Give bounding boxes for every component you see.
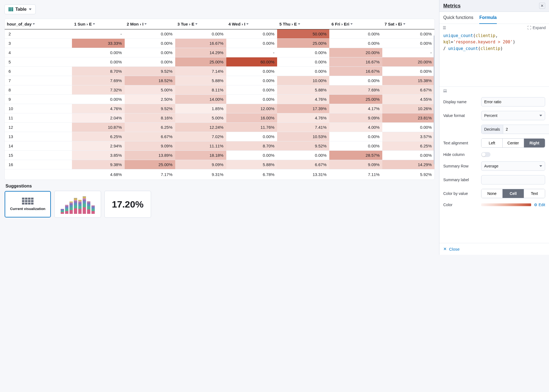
table-cell[interactable]: 9.52% [125,104,175,113]
column-header[interactable]: hour_of_day [5,19,72,29]
table-cell[interactable]: 4.00% [329,123,382,132]
scrollbar[interactable] [434,35,434,164]
table-cell[interactable]: 9.09% [125,141,175,151]
table-cell[interactable]: 8.70% [226,141,277,151]
table-cell[interactable]: 3.57% [382,132,434,141]
table-cell[interactable]: 0.00% [175,29,226,39]
table-cell[interactable]: 14.29% [175,48,226,57]
table-cell[interactable]: 9 [5,95,72,104]
table-cell[interactable]: 5.88% [277,85,329,95]
table-cell[interactable]: 11.11% [175,141,226,151]
table-cell[interactable]: 0.00% [125,48,175,57]
table-cell[interactable]: 6.25% [72,132,124,141]
column-header[interactable]: 1 Sun › E [72,19,124,29]
table-cell[interactable]: 7.32% [72,85,124,95]
table-cell[interactable]: 0.00% [226,85,277,95]
table-cell[interactable]: 15 [5,151,72,160]
table-cell[interactable]: 20.00% [329,48,382,57]
table-cell[interactable]: 0.00% [226,76,277,85]
table-cell[interactable]: 8.70% [72,67,124,76]
table-cell[interactable]: 6.67% [125,132,175,141]
table-cell[interactable]: 0.00% [382,39,434,48]
expand-button[interactable]: ⛶ Expand [527,26,546,30]
table-cell[interactable]: 18.52% [125,76,175,85]
table-cell[interactable]: 14 [5,141,72,151]
color-cell-button[interactable]: Cell [503,189,524,198]
table-cell[interactable]: 10.26% [382,104,434,113]
align-center-button[interactable]: Center [503,139,524,147]
table-cell[interactable]: 6.67% [382,85,434,95]
table-cell[interactable]: 0.00% [125,39,175,48]
table-cell[interactable]: 10.00% [277,76,329,85]
table-cell[interactable]: 0.00% [382,123,434,132]
table-cell[interactable]: 7.14% [175,67,226,76]
table-cell[interactable]: 12.24% [175,123,226,132]
column-header[interactable]: 3 Tue › E [175,19,226,29]
table-cell[interactable]: 7.41% [277,123,329,132]
table-cell[interactable]: 7 [5,76,72,85]
table-cell[interactable]: 0.00% [226,95,277,104]
table-cell[interactable]: 16.67% [329,57,382,67]
table-cell[interactable]: 4.55% [382,95,434,104]
table-cell[interactable]: 0.00% [329,132,382,141]
table-cell[interactable]: 12.00% [226,104,277,113]
tab-formula[interactable]: Formula [479,12,497,24]
suggestion-stacked-bar[interactable] [54,191,101,218]
formula-editor[interactable]: unique_count(clientip, kql='response.key… [439,32,549,86]
table-cell[interactable]: 0.00% [72,48,124,57]
table-cell[interactable]: 0.00% [277,57,329,67]
align-left-button[interactable]: Left [481,139,503,147]
table-cell[interactable]: 23.81% [382,113,434,123]
table-cell[interactable]: 3 [5,39,72,48]
table-cell[interactable]: 4 [5,48,72,57]
column-header[interactable]: 2 Mon › I [125,19,175,29]
table-cell[interactable]: 14.29% [382,160,434,169]
table-cell[interactable]: 0.00% [125,57,175,67]
table-cell[interactable]: 12 [5,123,72,132]
table-cell[interactable]: 16.00% [226,113,277,123]
table-cell[interactable]: 18.18% [175,151,226,160]
table-cell[interactable]: 25.00% [175,57,226,67]
suggestion-current-visualization[interactable]: Current visualization [4,191,51,218]
table-cell[interactable]: 5.88% [226,160,277,169]
color-none-button[interactable]: None [481,189,503,198]
close-icon[interactable]: ✕ [539,3,545,9]
table-cell[interactable]: 0.00% [382,151,434,160]
table-cell[interactable]: 10.53% [277,132,329,141]
table-cell[interactable]: - [72,29,124,39]
documentation-icon[interactable]: 🕮 [439,86,549,94]
table-cell[interactable]: 9.09% [329,160,382,169]
column-header[interactable]: 5 Thu › E [277,19,329,29]
table-cell[interactable]: 0.00% [329,141,382,151]
display-name-input[interactable] [481,97,545,107]
column-header[interactable]: 4 Wed › I [226,19,277,29]
table-cell[interactable]: 9.52% [277,141,329,151]
column-header[interactable]: 7 Sat › Ei [382,19,434,29]
table-cell[interactable]: 9.38% [72,160,124,169]
table-cell[interactable]: 0.00% [329,76,382,85]
table-cell[interactable]: 15.38% [382,76,434,85]
summary-row-select[interactable]: Average [481,161,545,171]
table-cell[interactable]: 8 [5,85,72,95]
table-cell[interactable]: 50.00% [277,29,329,39]
table-cell[interactable]: 4.76% [277,113,329,123]
hide-column-toggle[interactable] [481,152,491,157]
table-cell[interactable]: 0.00% [125,29,175,39]
table-cell[interactable]: 16.67% [175,39,226,48]
table-cell[interactable]: 13.89% [125,151,175,160]
table-cell[interactable]: 0.00% [226,151,277,160]
table-cell[interactable]: 9.09% [175,160,226,169]
table-cell[interactable]: 14.00% [175,95,226,104]
table-cell[interactable]: 0.00% [277,151,329,160]
word-wrap-icon[interactable]: ☰ [443,26,446,30]
table-cell[interactable]: 6.25% [125,123,175,132]
table-cell[interactable]: 1.85% [175,104,226,113]
table-cell[interactable]: 8.16% [125,113,175,123]
table-cell[interactable]: 11.76% [226,123,277,132]
table-cell[interactable]: 0.00% [277,67,329,76]
table-cell[interactable]: 8.11% [175,85,226,95]
table-cell[interactable]: 60.00% [226,57,277,67]
table-cell[interactable]: 6.25% [382,141,434,151]
table-cell[interactable]: 17.39% [277,104,329,113]
align-right-button[interactable]: Right [524,139,545,147]
